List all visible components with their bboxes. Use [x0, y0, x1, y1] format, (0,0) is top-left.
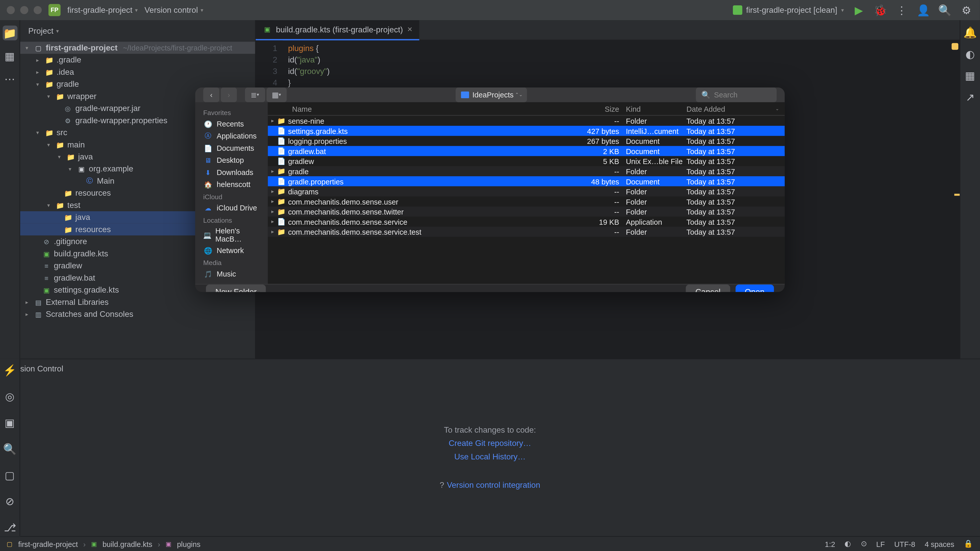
project-panel-header[interactable]: Project ▾ — [20, 20, 255, 41]
back-button[interactable]: ‹ — [203, 87, 219, 102]
tree-folder-dot-gradle[interactable]: ▸📁.gradle — [20, 54, 255, 66]
chevron-right-icon[interactable]: ▸ — [268, 188, 277, 194]
build-tool-button[interactable]: ▢ — [2, 469, 17, 482]
bolt-tool-button[interactable]: ⚡ — [2, 364, 17, 377]
editor-tab-build-gradle[interactable]: ▣ build.gradle.kts (first-gradle-project… — [256, 20, 419, 40]
grid-view-button[interactable]: ▦ ▾ — [266, 87, 286, 102]
chevron-right-icon[interactable]: ▸ — [268, 168, 277, 174]
chevron-right-icon[interactable]: ▸ — [268, 118, 277, 124]
readonly-toggle-icon[interactable]: 🔒 — [964, 540, 973, 548]
sidebar-item-recents[interactable]: 🕐Recents — [195, 118, 268, 130]
create-git-repo-link[interactable]: Create Git repository… — [449, 438, 531, 448]
file-name: diagrams — [288, 187, 575, 195]
package-icon: ▣ — [77, 164, 86, 173]
column-size[interactable]: Size — [575, 105, 626, 113]
more-tools-button[interactable]: ⋯ — [2, 71, 17, 86]
file-row[interactable]: ▸📁diagrams--FolderToday at 13:57 — [268, 186, 785, 197]
problems-tool-button[interactable]: ⊘ — [2, 495, 17, 508]
new-folder-button[interactable]: New Folder — [206, 284, 266, 292]
structure-tool-button[interactable]: ▦ — [2, 48, 17, 63]
cursor-position[interactable]: 1:2 — [825, 540, 835, 548]
debug-button[interactable]: 🐞 — [873, 3, 887, 17]
sidebar-item-macbook[interactable]: 💻Helen's MacB… — [195, 225, 268, 244]
file-row[interactable]: 📄gradlew.bat2 KBDocumentToday at 13:57 — [268, 146, 785, 156]
file-row[interactable]: ▸📁sense-nine--FolderToday at 13:57 — [268, 116, 785, 126]
file-row[interactable]: ▸📁gradle--FolderToday at 13:57 — [268, 166, 785, 176]
file-encoding[interactable]: UTF-8 — [894, 540, 915, 548]
file-row[interactable]: ▸📁com.mechanitis.demo.sense.service.test… — [268, 227, 785, 237]
file-row[interactable]: ▸📄com.mechanitis.demo.sense.service19 KB… — [268, 217, 785, 227]
run-button[interactable]: ▶ — [852, 3, 865, 17]
file-row[interactable]: ▸📁com.mechanitis.demo.sense.user--Folder… — [268, 197, 785, 206]
sidebar-item-icloud-drive[interactable]: ☁iCloud Drive — [195, 202, 268, 214]
close-window-button[interactable] — [6, 6, 15, 14]
sidebar-item-home[interactable]: 🏠helenscott — [195, 178, 268, 190]
inline-hints-icon[interactable]: ⊙ — [861, 540, 867, 548]
terminal-tool-button[interactable]: ▣ — [2, 416, 17, 429]
more-actions-button[interactable]: ⋮ — [895, 3, 908, 17]
find-tool-button[interactable]: 🔍 — [2, 443, 17, 455]
breadcrumb-block[interactable]: plugins — [177, 540, 200, 548]
code-token: id( — [288, 55, 297, 65]
chevron-right-icon[interactable]: ▸ — [268, 229, 277, 235]
warning-indicator-icon[interactable] — [952, 43, 958, 50]
chevron-right-icon[interactable]: ▸ — [268, 219, 277, 225]
warning-marker[interactable] — [954, 194, 959, 196]
line-separator[interactable]: LF — [876, 540, 885, 548]
chevron-right-icon[interactable]: ▸ — [268, 198, 277, 205]
ai-assistant-tool-button[interactable]: ◐ — [963, 47, 977, 61]
tree-label: wrapper — [67, 92, 97, 101]
vcs-status-icon[interactable]: ◐ — [845, 540, 851, 548]
sidebar-item-applications[interactable]: ⒶApplications — [195, 130, 268, 142]
project-selector[interactable]: first-gradle-project ▾ — [67, 5, 138, 15]
maximize-window-button[interactable] — [34, 6, 42, 14]
path-selector[interactable]: IdeaProjects ⌃⌄ — [455, 87, 527, 102]
run-config-selector[interactable]: first-gradle-project [clean] ▾ — [733, 5, 844, 15]
database-tool-button[interactable]: ▦ — [963, 68, 977, 82]
target-tool-button[interactable]: ◎ — [2, 390, 17, 403]
close-tab-button[interactable]: ✕ — [407, 25, 412, 33]
open-button[interactable]: Open — [735, 284, 774, 292]
column-date[interactable]: Date Added⌄ — [687, 105, 785, 113]
vc-panel-header[interactable]: Version Control — [0, 359, 980, 378]
version-control-menu[interactable]: Version control ▾ — [145, 5, 203, 15]
tree-label: first-gradle-project — [46, 43, 118, 52]
file-row[interactable]: 📄gradle.properties48 bytesDocumentToday … — [268, 176, 785, 186]
local-history-link[interactable]: Use Local History… — [454, 452, 526, 462]
column-name[interactable]: Name — [268, 105, 575, 113]
vcs-tool-button[interactable]: ⎇ — [2, 521, 17, 534]
minimize-window-button[interactable] — [20, 6, 28, 14]
sidebar-item-music[interactable]: 🎵Music — [195, 268, 268, 280]
file-row[interactable]: 📄gradlew5 KBUnix Ex…ble FileToday at 13:… — [268, 156, 785, 166]
gradle-tool-button[interactable]: ↗ — [963, 90, 977, 103]
settings-button[interactable]: ⚙ — [959, 3, 973, 17]
file-row[interactable]: 📄logging.properties267 bytesDocumentToda… — [268, 136, 785, 146]
tree-folder-dot-idea[interactable]: ▸📁.idea — [20, 66, 255, 78]
vc-panel-body: To track changes to code: Create Git rep… — [0, 378, 980, 537]
sidebar-item-downloads[interactable]: ⬇Downloads — [195, 166, 268, 178]
indent-settings[interactable]: 4 spaces — [924, 540, 954, 548]
project-tool-button[interactable]: 📁 — [2, 25, 17, 40]
vc-integration-link[interactable]: ?Version control integration — [440, 480, 540, 490]
notifications-tool-button[interactable]: 🔔 — [963, 25, 977, 39]
sidebar-item-desktop[interactable]: 🖥Desktop — [195, 154, 268, 166]
tree-root[interactable]: ▾ ▢ first-gradle-project ~/IdeaProjects/… — [20, 41, 255, 54]
sidebar-item-documents[interactable]: 📄Documents — [195, 142, 268, 154]
cancel-button[interactable]: Cancel — [686, 284, 730, 292]
sidebar-item-label: Helen's MacB… — [215, 227, 260, 243]
code-with-me-button[interactable]: 👤 — [917, 3, 930, 17]
list-view-button[interactable]: ≣ ▾ — [245, 87, 265, 102]
sidebar-item-network[interactable]: 🌐Network — [195, 244, 268, 256]
tree-external-libraries[interactable]: ▸▤External Libraries — [20, 296, 255, 308]
chevron-down-icon: ▾ — [25, 44, 31, 51]
file-row[interactable]: ▸📁com.mechanitis.demo.sense.twitter--Fol… — [268, 206, 785, 217]
search-field[interactable]: 🔍 Search — [696, 87, 776, 102]
column-kind[interactable]: Kind — [626, 105, 686, 113]
breadcrumb-project[interactable]: first-gradle-project — [18, 540, 78, 548]
search-everywhere-button[interactable]: 🔍 — [938, 3, 952, 17]
breadcrumb-file[interactable]: build.gradle.kts — [103, 540, 152, 548]
tree-scratches[interactable]: ▸▥Scratches and Consoles — [20, 308, 255, 320]
forward-button[interactable]: › — [221, 87, 237, 102]
file-row[interactable]: 📄settings.gradle.kts427 bytesIntelliJ…cu… — [268, 126, 785, 136]
chevron-right-icon[interactable]: ▸ — [268, 208, 277, 214]
